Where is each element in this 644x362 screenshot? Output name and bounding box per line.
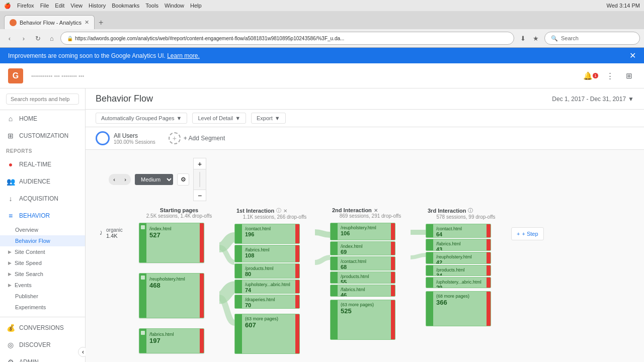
sidebar-sub-publisher[interactable]: Publisher — [0, 291, 85, 302]
active-tab[interactable]: Behavior Flow - Analytics ✕ — [4, 15, 95, 29]
flow-diagram: ⤸ organic 1.4K ⤸ cpc 555 — [94, 207, 636, 362]
sidebar-collapse-button[interactable]: ‹ — [78, 347, 86, 357]
first-interaction-column: 1st Interaction ⓘ ✕ 1.1K sessions, 266 d… — [234, 207, 315, 354]
reload-button[interactable]: ↻ — [32, 33, 43, 44]
mac-menu-items[interactable]: 🍎 Firefox File Edit View History Bookmar… — [4, 3, 202, 9]
more-options-button[interactable]: ⋮ — [603, 69, 617, 83]
apps-button[interactable]: ⊞ — [622, 69, 636, 83]
all-users-segment[interactable]: All Users 100.00% Sessions — [96, 131, 155, 145]
home-button[interactable]: ⌂ — [46, 33, 57, 44]
main-body: ⌂ HOME ⊞ CUSTOMIZATION Reports ● REAL-TI… — [0, 88, 644, 362]
banner-close-button[interactable]: ✕ — [629, 51, 636, 60]
starting-node-0[interactable]: /index.html 527 — [139, 223, 204, 263]
forward-button[interactable]: › — [18, 33, 29, 44]
second-node-5[interactable]: (63 more pages) 525 — [330, 300, 395, 340]
sidebar-sub-behavior-flow[interactable]: Behavior Flow — [0, 235, 85, 246]
chevron-icon-2: ▶ — [8, 260, 12, 265]
first-node-4[interactable]: /draperies.html 70 — [234, 295, 300, 309]
sidebar-item-discover[interactable]: ◎ DISCOVER — [0, 336, 85, 353]
third-node-3[interactable]: /products.html 34 — [426, 265, 491, 276]
history-menu[interactable]: History — [89, 3, 106, 9]
starting-node-2[interactable]: /fabrics.html 197 — [139, 328, 204, 353]
flow-nav-right[interactable]: › — [120, 174, 131, 185]
sidebar-search-input[interactable] — [6, 94, 79, 105]
bookmarks-button[interactable]: ★ — [530, 33, 541, 44]
add-step-button[interactable]: + + Step — [511, 227, 544, 240]
notifications-button[interactable]: 🔔 1 — [584, 69, 598, 83]
edit-menu[interactable]: Edit — [55, 3, 64, 9]
flow-nav-arrows[interactable]: ‹ › — [109, 174, 131, 185]
first-node-3[interactable]: /upholstery...abric.html 74 — [234, 280, 300, 294]
ga-logo: G — [8, 68, 23, 83]
tab-close-button[interactable]: ✕ — [85, 19, 89, 26]
window-menu[interactable]: Window — [165, 3, 184, 9]
tn-content-5: (68 more pages) 366 — [433, 292, 487, 326]
apple-menu[interactable]: 🍎 — [4, 3, 11, 9]
sidebar-item-conversions[interactable]: 💰 CONVERSIONS — [0, 319, 85, 336]
downloads-button[interactable]: ⬇ — [517, 33, 528, 44]
first-node-1[interactable]: /fabrics.html 108 — [234, 245, 300, 262]
third-node-1[interactable]: /fabrics.html 43 — [426, 239, 491, 251]
first-node-0[interactable]: /contact.html 196 — [234, 224, 300, 244]
level-of-detail-button[interactable]: Level of Detail ▼ — [192, 113, 246, 124]
add-segment-button[interactable]: + + Add Segment — [164, 130, 230, 146]
info-icon-3[interactable]: ⓘ — [468, 207, 473, 214]
flow-container[interactable]: ‹ › Medium ⚙ + − — [86, 150, 644, 362]
tools-menu[interactable]: Tools — [145, 3, 158, 9]
bookmarks-menu[interactable]: Bookmarks — [112, 3, 139, 9]
second-node-0[interactable]: /reupholstery.html 106 — [330, 223, 395, 240]
sidebar-sub-site-speed[interactable]: ▶ Site Speed — [0, 257, 85, 268]
fn-label-2: /products.html — [245, 266, 292, 271]
sidebar-sub-site-content[interactable]: ▶ Site Content — [0, 246, 85, 257]
sidebar-item-acquisition[interactable]: ↓ ACQUISITION — [0, 190, 85, 207]
new-tab-button[interactable]: + — [95, 16, 107, 29]
sidebar: ⌂ HOME ⊞ CUSTOMIZATION Reports ● REAL-TI… — [0, 88, 86, 362]
browser-search-bar[interactable]: 🔍 Search — [544, 32, 640, 45]
close-icon-1[interactable]: ✕ — [283, 208, 287, 214]
sidebar-item-customization[interactable]: ⊞ CUSTOMIZATION — [0, 127, 85, 144]
sidebar-item-realtime[interactable]: ● REAL-TIME — [0, 156, 85, 173]
date-range[interactable]: Dec 1, 2017 - Dec 31, 2017 ▼ — [552, 96, 634, 103]
sidebar-item-behavior[interactable]: ≡ BEHAVIOR — [0, 207, 85, 224]
flow-settings-button[interactable]: ⚙ — [177, 173, 189, 186]
sidebar-sub-events[interactable]: ▶ Events — [0, 280, 85, 291]
address-bar[interactable]: 🔒 https://adwords.google.com/analytics/w… — [60, 32, 514, 45]
learn-more-link[interactable]: Learn more. — [167, 52, 200, 59]
help-menu[interactable]: Help — [190, 3, 202, 9]
export-button[interactable]: Export ▼ — [251, 113, 286, 124]
zoom-level-select[interactable]: Medium — [135, 174, 173, 185]
third-col-header: 3rd Interaction ⓘ 578 sessions, 99 drop-… — [426, 207, 506, 220]
grouped-pages-button[interactable]: Automatically Grouped Pages ▼ — [96, 113, 187, 124]
node-icon-2 — [139, 329, 146, 353]
third-node-4[interactable]: /upholstery...abric.html 29 — [426, 277, 491, 288]
sidebar-sub-experiments[interactable]: Experiments — [0, 302, 85, 313]
first-node-5[interactable]: (63 more pages) 607 — [234, 314, 300, 354]
second-node-4[interactable]: /fabrics.html 46 — [330, 285, 395, 297]
info-icon-1[interactable]: ⓘ — [276, 207, 281, 214]
third-node-2[interactable]: /reupholstery.html 42 — [426, 252, 491, 264]
zoom-slider[interactable] — [194, 169, 206, 190]
sidebar-item-admin[interactable]: ⚙ ADMIN — [0, 353, 85, 362]
third-node-5[interactable]: (68 more pages) 366 — [426, 291, 491, 326]
second-node-2[interactable]: /contact.html 68 — [330, 256, 395, 270]
back-button[interactable]: ‹ — [4, 33, 15, 44]
sidebar-item-home[interactable]: ⌂ HOME — [0, 110, 85, 127]
tn-label-5: (68 more pages) — [436, 294, 484, 299]
sidebar-sub-site-search[interactable]: ▶ Site Search — [0, 268, 85, 280]
first-node-2[interactable]: /products.html 80 — [234, 263, 300, 279]
step-label: + Step — [522, 231, 538, 237]
starting-node-1[interactable]: /reupholstery.html 468 — [139, 273, 204, 318]
view-menu[interactable]: View — [70, 3, 83, 9]
sidebar-item-audience[interactable]: 👥 AUDIENCE — [0, 173, 85, 190]
zoom-out-button[interactable]: − — [194, 190, 206, 201]
second-node-1[interactable]: /index.html 69 — [330, 241, 395, 255]
third-node-0[interactable]: /contact.html 64 — [426, 224, 491, 238]
browser-tabs: Behavior Flow - Analytics ✕ + — [0, 11, 644, 29]
close-icon-2[interactable]: ✕ — [374, 208, 378, 213]
zoom-in-button[interactable]: + — [194, 158, 206, 169]
second-node-3[interactable]: /products.html 55 — [330, 272, 395, 284]
sidebar-sub-overview[interactable]: Overview — [0, 224, 85, 235]
flow-nav-left[interactable]: ‹ — [109, 174, 120, 185]
firefox-menu[interactable]: Firefox — [17, 3, 34, 9]
file-menu[interactable]: File — [40, 3, 49, 9]
